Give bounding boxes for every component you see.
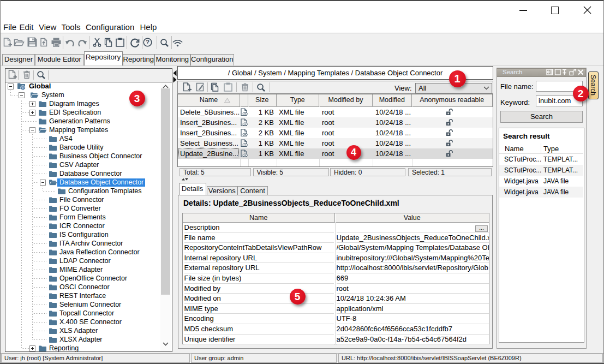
- svg-text:?: ?: [146, 39, 149, 45]
